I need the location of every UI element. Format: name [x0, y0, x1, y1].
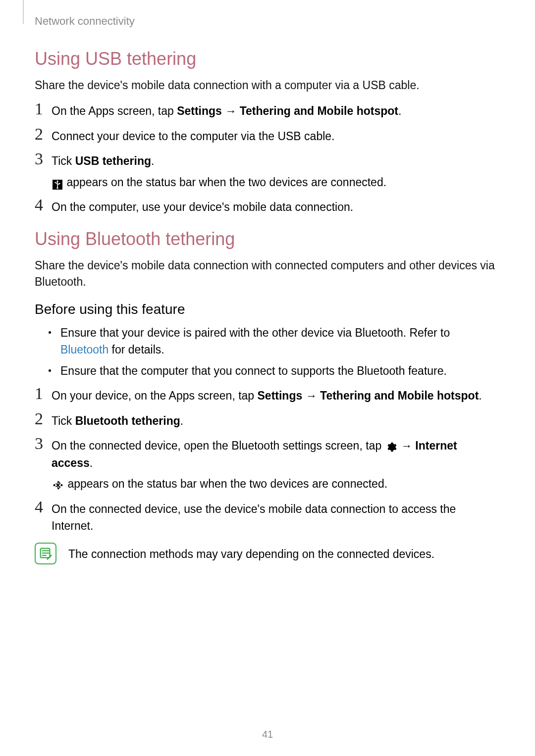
text-fragment: Tick	[52, 414, 75, 427]
page-number: 41	[0, 729, 535, 740]
usb-step-2: 2 Connect your device to the computer vi…	[35, 126, 500, 145]
text-fragment: .	[180, 414, 183, 427]
text-fragment: On your device, on the Apps screen, tap	[52, 389, 258, 402]
bold-bluetooth-tethering: Bluetooth tethering	[75, 414, 180, 427]
page-container: Network connectivity Using USB tethering…	[0, 0, 535, 756]
bold-settings: Settings	[258, 389, 303, 402]
step-text: On your device, on the Apps screen, tap …	[52, 385, 482, 404]
usb-intro: Share the device's mobile data connectio…	[35, 77, 500, 94]
step-text: On the connected device, use the device'…	[52, 499, 500, 535]
bt-intro: Share the device's mobile data connectio…	[35, 257, 500, 291]
step-number: 2	[35, 126, 52, 143]
note-row: The connection methods may vary dependin…	[35, 543, 500, 564]
bullet-list: Ensure that your device is paired with t…	[49, 324, 500, 380]
step-number: 3	[35, 435, 52, 452]
step-number: 1	[35, 385, 52, 402]
text-fragment: .	[479, 389, 482, 402]
subheading-before-using: Before using this feature	[35, 302, 500, 317]
note-icon	[35, 543, 56, 564]
bt-step-4: 4 On the connected device, use the devic…	[35, 499, 500, 535]
heading-usb-tethering: Using USB tethering	[35, 49, 500, 69]
svg-rect-4	[59, 183, 60, 184]
step-number: 1	[35, 101, 52, 117]
margin-rule	[23, 0, 24, 24]
text-fragment: .	[151, 154, 154, 167]
usb-step-1: 1 On the Apps screen, tap Settings → Tet…	[35, 101, 500, 120]
bold-settings: Settings	[177, 104, 222, 117]
bt-step-3-sub: appears on the status bar when the two d…	[52, 475, 500, 493]
step-text: Tick Bluetooth tethering.	[52, 410, 183, 430]
bold-tethering-hotspot: Tethering and Mobile hotspot	[240, 104, 398, 117]
step-number: 2	[35, 410, 52, 427]
bullet-item: Ensure that the computer that you connec…	[49, 362, 500, 380]
text-fragment: Tick	[52, 154, 75, 167]
bold-tethering-hotspot: Tethering and Mobile hotspot	[320, 389, 479, 402]
text-fragment: .	[398, 104, 401, 117]
usb-step-3: 3 Tick USB tethering.	[35, 151, 500, 170]
svg-point-3	[54, 182, 55, 183]
text-fragment: →	[398, 439, 416, 452]
text-fragment: Ensure that your device is paired with t…	[60, 326, 450, 339]
text-fragment: appears on the status bar when the two d…	[64, 477, 387, 490]
bt-step-2: 2 Tick Bluetooth tethering.	[35, 410, 500, 430]
heading-bluetooth-tethering: Using Bluetooth tethering	[35, 229, 500, 250]
text-fragment: .	[90, 456, 93, 469]
text-fragment: On the connected device, open the Blueto…	[52, 439, 385, 452]
step-number: 4	[35, 197, 52, 213]
usb-step-3-sub: appears on the status bar when the two d…	[52, 174, 500, 191]
text-fragment: for details.	[108, 343, 164, 356]
step-text: On the computer, use your device's mobil…	[52, 197, 353, 216]
gear-icon	[386, 440, 397, 451]
note-text: The connection methods may vary dependin…	[68, 543, 434, 563]
step-text: Tick USB tethering.	[52, 151, 154, 170]
link-bluetooth[interactable]: Bluetooth	[60, 343, 108, 356]
usb-status-icon	[53, 177, 62, 187]
bluetooth-share-icon	[53, 478, 63, 489]
bt-step-1: 1 On your device, on the Apps screen, ta…	[35, 385, 500, 404]
bt-step-3: 3 On the connected device, open the Blue…	[35, 435, 500, 471]
text-fragment: On the Apps screen, tap	[52, 104, 177, 117]
text-fragment: appears on the status bar when the two d…	[63, 176, 386, 189]
bold-usb-tethering: USB tethering	[75, 154, 151, 167]
text-fragment: →	[222, 104, 240, 117]
step-number: 4	[35, 499, 52, 515]
step-text: On the connected device, open the Blueto…	[52, 435, 500, 471]
step-text: Connect your device to the computer via …	[52, 126, 334, 145]
step-number: 3	[35, 151, 52, 167]
svg-point-5	[54, 485, 55, 486]
usb-step-4: 4 On the computer, use your device's mob…	[35, 197, 500, 216]
text-fragment: →	[302, 389, 320, 402]
svg-point-6	[61, 485, 62, 486]
bullet-item: Ensure that your device is paired with t…	[49, 324, 500, 358]
breadcrumb: Network connectivity	[35, 15, 135, 28]
content-area: Using USB tethering Share the device's m…	[35, 49, 500, 564]
step-text: On the Apps screen, tap Settings → Tethe…	[52, 101, 401, 120]
